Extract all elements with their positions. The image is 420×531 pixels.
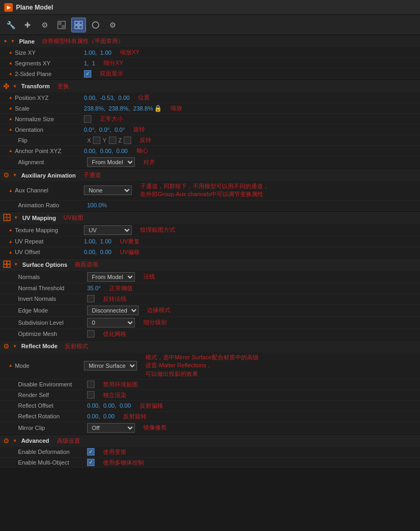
svg-rect-5 [75, 26, 78, 29]
advanced-annotation: 高级设置 [57, 437, 80, 445]
prop-mirror-clip: Mirror Clip Off 镜像修剪 [0, 422, 420, 434]
surface-section: ▼ Surface Options 曲面选项 Normals From Mode… [0, 258, 420, 340]
anim-ratio-value[interactable]: 100.0% [87, 202, 107, 208]
alignment-ann: 对齐 [143, 158, 155, 166]
enable-deform-label: Enable Deformation [18, 449, 87, 455]
prop-enable-multiobj: Enable Multi-Object 使用多物体控制 [0, 458, 420, 468]
mclip-select-wrap: Off [87, 423, 135, 433]
enable-deform-checkbox[interactable] [87, 448, 95, 456]
aux-title: Auxiliary Animation [21, 172, 76, 179]
normalize-ann: 正常大小 [100, 115, 123, 123]
reflect-mode-select[interactable]: Mirror Surface [84, 361, 137, 370]
reflect-section: ⚙ ▼ Reflect Mode 反射模式 ▲ Mode Mirror Surf… [0, 340, 420, 435]
reflect-offset-value[interactable]: 0.00, 0.00, 0.00 [87, 402, 131, 409]
2sided-checkbox[interactable] [84, 70, 91, 78]
aux-body: ▲ Aux Channel None 子通道，同群组下，不用模型可以用不同的通道… [0, 181, 420, 211]
normal-threshold-ann: 正常阈值 [109, 284, 133, 292]
uv-section-header[interactable]: ▼ UV Mapping UV贴图 [0, 212, 420, 224]
reflect-rotation-ann: 反射旋转 [123, 412, 147, 420]
size-xy-ann: 缩放XY [120, 48, 140, 56]
norm-triangle: ▲ [8, 116, 13, 121]
anchor-ann: 轴心 [136, 147, 148, 155]
transform-section-header[interactable]: ✤ ▼ Transform 变换 [0, 80, 420, 92]
mirror-clip-select[interactable]: Off [87, 423, 135, 433]
disable-env-label: Disable Environment [18, 381, 87, 387]
normal-threshold-value[interactable]: 35.0° [87, 285, 101, 291]
aux-select-wrap: None [84, 186, 132, 195]
aux-section-header[interactable]: ⚙ ▼ Auxiliary Animation 子通道 [0, 169, 420, 181]
plane-icon: ✦ [3, 38, 7, 44]
normalize-checkbox[interactable] [84, 115, 91, 123]
position-value[interactable]: 0.00, -0.53, 0.00 [84, 95, 130, 101]
advanced-body: Enable Deformation 使用变形 Enable Multi-Obj… [0, 447, 420, 468]
scale-ann: 缩放 [170, 104, 182, 112]
plane-section-header[interactable]: ✦ ▼ Plane 自带模型特有属性（平面常用） [0, 35, 420, 47]
toolbar-shape-btn[interactable] [88, 18, 103, 32]
flip-x-label: X [87, 137, 91, 144]
seg-triangle: ▲ [8, 61, 13, 65]
invert-normals-checkbox[interactable] [87, 295, 95, 302]
texture-mapping-select[interactable]: UV [84, 225, 132, 235]
edge-mode-select[interactable]: Disconnected [87, 306, 139, 315]
flip-x-checkbox[interactable] [93, 137, 100, 144]
uv-offset-ann: UV偏移 [120, 248, 140, 256]
disable-env-checkbox[interactable] [87, 381, 95, 388]
toolbar-add-btn[interactable]: ✚ [20, 18, 35, 32]
advanced-title: Advanced [21, 437, 49, 444]
segments-xy-value[interactable]: 1, 1 [84, 60, 95, 66]
svg-rect-6 [79, 26, 82, 29]
toolbar-settings2-btn[interactable]: ⚙ [105, 18, 120, 32]
surface-body: Normals From Model 法线 Normal Threshold 3… [0, 271, 420, 340]
invert-normals-label: Invert Normals [18, 296, 87, 302]
advanced-section-header[interactable]: ⚙ ▼ Advanced 高级设置 [0, 435, 420, 447]
texture-mapping-ann: 纹理贴图方式 [140, 226, 175, 234]
subdivision-ann: 细分级别 [143, 318, 167, 326]
reflect-icon: ⚙ [3, 342, 10, 350]
plane-annotation: 自带模型特有属性（平面常用） [42, 37, 124, 45]
anchor-label: Anchor Point XYZ [15, 148, 84, 154]
prop-orientation: ▲ Orientation 0.0°, 0.0°, 0.0° 旋转 [0, 124, 420, 135]
aux-icon: ⚙ [3, 171, 10, 179]
position-label: Position XYZ [15, 95, 84, 101]
reflect-section-header[interactable]: ⚙ ▼ Reflect Mode 反射模式 [0, 340, 420, 352]
subdivision-select[interactable]: 0 [87, 318, 135, 327]
orientation-value[interactable]: 0.0°, 0.0°, 0.0° [84, 127, 125, 133]
reflect-rotation-value[interactable]: 0.00, 0.00 [87, 413, 115, 419]
flip-z-checkbox[interactable] [124, 137, 131, 144]
render-self-checkbox[interactable] [87, 391, 95, 399]
uv-repeat-value[interactable]: 1.00, 1.00 [84, 238, 112, 245]
segments-xy-ann: 细分XY [104, 59, 123, 67]
aux-channel-select[interactable]: None [84, 186, 132, 195]
optimize-mesh-checkbox[interactable] [87, 330, 95, 338]
app-icon: ▶ [4, 3, 13, 12]
uv-offset-value[interactable]: 0.00, 0.00 [84, 249, 112, 255]
anchor-value[interactable]: 0.00, 0.00, 0.00 [84, 148, 128, 154]
aux-channel-ann: 子通道，同群组下，不用模型可以用不同的通道，在外部Group-Aux chann… [140, 182, 269, 199]
alignment-select[interactable]: From Model [87, 157, 135, 167]
orientation-label: Orientation [15, 127, 84, 133]
toolbar-gear-btn[interactable]: ⚙ [37, 18, 52, 32]
main-scroll[interactable]: ✦ ▼ Plane 自带模型特有属性（平面常用） ▲ Size XY 1.00,… [0, 35, 420, 531]
uvr-triangle: ▲ [8, 239, 13, 244]
toolbar-texture-btn[interactable] [54, 18, 69, 32]
alignment-select-wrap: From Model [87, 157, 135, 167]
normals-select[interactable]: From Model [87, 272, 135, 282]
size-xy-label: Size XY [15, 49, 84, 56]
transform-body: ▲ Position XYZ 0.00, -0.53, 0.00 位置 ▲ Sc… [0, 92, 420, 168]
alignment-label: Alignment [18, 159, 87, 165]
edge-mode-ann: 边缘模式 [147, 306, 170, 314]
size-xy-value[interactable]: 1.00, 1.00 [84, 49, 112, 56]
svg-rect-4 [79, 21, 82, 24]
enable-multiobj-checkbox[interactable] [87, 459, 95, 466]
normalize-label: Normalize Size [15, 116, 84, 122]
toolbar-wrench-btn[interactable]: 🔧 [3, 18, 18, 32]
transform-section: ✤ ▼ Transform 变换 ▲ Position XYZ 0.00, -0… [0, 80, 420, 169]
reflect-rotation-label: Reflect Rotation [18, 413, 87, 419]
scale-value[interactable]: 238.8%, 238.8%, 238.8% [84, 105, 153, 112]
orient-triangle: ▲ [8, 127, 13, 132]
surface-section-header[interactable]: ▼ Surface Options 曲面选项 [0, 258, 420, 271]
aux-annotation: 子通道 [83, 171, 101, 179]
flip-y-checkbox[interactable] [109, 137, 116, 144]
toolbar-grid-btn[interactable] [71, 18, 86, 32]
aux-channel-label: Aux Channel [15, 187, 84, 193]
